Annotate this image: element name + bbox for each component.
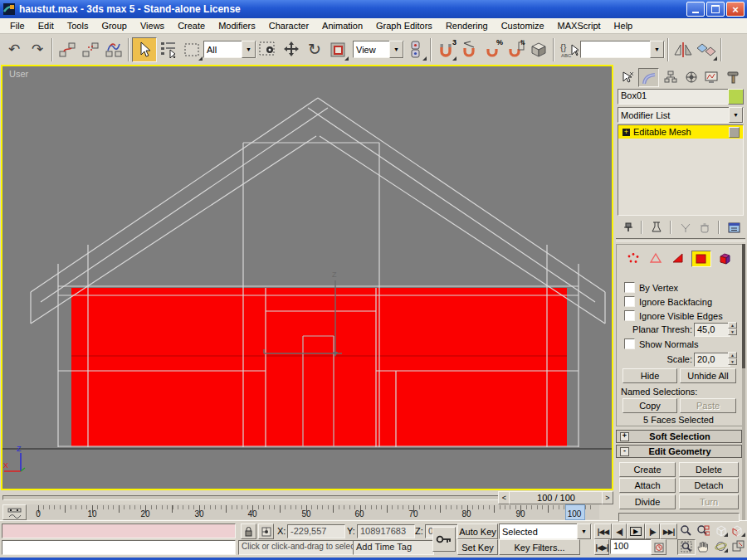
select-object-button[interactable] [132,37,157,62]
undo-button[interactable]: ↶ [2,38,26,61]
modifier-stack-list[interactable]: + Editable Mesh [618,124,744,216]
mirror-button[interactable] [671,38,695,61]
minimize-button[interactable] [686,2,705,17]
create-button[interactable]: Create [619,462,676,477]
tab-motion[interactable] [681,68,701,85]
set-keys-button[interactable] [432,527,456,552]
spinner-down-icon[interactable]: ▼ [728,329,737,335]
menu-views[interactable]: Views [134,19,171,32]
auto-key-button[interactable]: Auto Key [457,523,498,539]
set-key-button[interactable]: Set Key [457,539,498,555]
planar-thresh-spinner[interactable]: ▲ ▼ [728,322,737,334]
unhide-all-button[interactable]: Unhide All [680,368,736,383]
ignore-visible-edges-checkbox[interactable] [624,310,635,321]
time-configuration-button[interactable] [651,539,666,555]
subobject-element-button[interactable] [715,251,734,265]
delete-button[interactable]: Delete [679,462,739,477]
angle-snap-button[interactable] [457,38,481,61]
planar-thresh-field[interactable]: 45,0 [694,323,730,337]
modifier-onoff-icon[interactable] [729,127,740,138]
menu-animation[interactable]: Animation [315,19,369,32]
snap-toggle-button[interactable]: 3 [434,38,457,61]
arc-rotate-button[interactable] [712,539,729,553]
tab-utilities[interactable] [723,68,742,85]
menu-help[interactable]: Help [608,19,640,32]
unlink-button[interactable] [79,38,102,61]
select-by-name-button[interactable] [157,38,180,61]
dropdown-arrow-icon[interactable]: ▼ [729,107,743,123]
align-button[interactable] [695,38,718,61]
select-and-rotate-button[interactable]: ↻ [303,38,326,61]
current-frame-field[interactable]: 100 [610,539,653,554]
dropdown-arrow-icon[interactable]: ▼ [389,41,403,58]
go-to-start-button[interactable]: |◀◀ [594,523,612,539]
time-slider-track[interactable] [2,495,500,500]
open-mini-curve-editor-button[interactable] [2,504,27,520]
tab-modify[interactable] [638,68,659,87]
region-zoom-button[interactable] [677,539,696,555]
menu-group[interactable]: Group [95,19,134,32]
tab-hierarchy[interactable] [661,68,680,85]
menu-customize[interactable]: Customize [495,19,551,32]
y-coordinate-field[interactable]: 108917683 [357,524,415,538]
maxscript-mini-listener-pink[interactable] [2,523,236,538]
rectangular-selection-region-button[interactable] [180,38,203,61]
object-name-field[interactable]: Box01 [618,89,729,105]
key-filters-button[interactable]: Key Filters... [499,539,580,555]
menu-edit[interactable]: Edit [32,19,61,32]
selection-lock-toggle[interactable] [241,523,256,539]
menu-modifiers[interactable]: Modifiers [212,19,262,32]
expand-subobject-icon[interactable]: + [622,129,630,136]
configure-modifier-sets-button[interactable] [725,221,742,235]
dropdown-arrow-icon[interactable]: ▼ [650,41,664,58]
zoom-all-button[interactable] [695,523,711,538]
zoom-extents-button[interactable] [712,523,729,538]
pin-stack-button[interactable] [619,221,635,235]
go-to-end-button[interactable]: ▶▶| [660,523,677,539]
spinner-down-icon[interactable]: ▼ [728,358,737,365]
select-and-scale-button[interactable] [326,38,349,61]
make-unique-button[interactable] [677,221,693,235]
subobject-face-button[interactable] [669,251,687,265]
play-button[interactable]: ▶ [627,523,645,539]
subobject-polygon-button[interactable] [691,251,711,267]
menu-create[interactable]: Create [171,19,212,32]
panel-scrollbar-thumb[interactable] [742,244,745,368]
zoom-extents-all-button[interactable] [730,523,746,538]
use-pivot-center-button[interactable] [404,38,427,61]
remove-modifier-button[interactable] [696,221,712,235]
pan-button[interactable] [695,539,711,553]
paste-button[interactable]: Paste [680,398,736,413]
select-and-move-button[interactable] [280,38,303,61]
copy-button[interactable]: Copy [622,398,677,413]
scale-field[interactable]: 20,0 [694,353,730,367]
bind-to-space-warp-button[interactable] [102,38,125,61]
named-selection-sets-window-button[interactable] [527,38,550,61]
maxscript-mini-listener-white[interactable] [2,540,236,555]
attach-button[interactable]: Attach [619,478,676,493]
selection-set-dropdown[interactable]: Selected ▼ [499,523,592,539]
by-vertex-checkbox[interactable] [624,282,635,293]
show-normals-checkbox[interactable] [624,338,635,349]
subobject-edge-button[interactable] [647,251,665,265]
object-color-swatch[interactable] [728,89,744,105]
turn-button[interactable]: Turn [679,494,739,509]
time-slider-handle[interactable]: 100 / 100 [509,491,603,504]
menu-character[interactable]: Character [262,19,315,32]
next-frame-button[interactable]: |▶ [645,523,660,539]
tab-create[interactable] [618,68,637,85]
menu-maxscript[interactable]: MAXScript [551,19,608,32]
spinner-up-icon[interactable]: ▲ [728,352,737,358]
x-coordinate-field[interactable]: -229,557 [287,524,345,538]
time-slider-next-button[interactable]: > [602,491,613,504]
previous-frame-button[interactable]: ◀| [612,523,627,539]
keyboard-shortcut-override-button[interactable]: {}ABC [557,38,580,61]
close-button[interactable]: × [726,2,745,17]
reference-coordsys-dropdown[interactable]: View ▼ [353,41,404,58]
detach-button[interactable]: Detach [679,478,739,493]
ignore-backfacing-checkbox[interactable] [624,296,635,307]
modifier-list-dropdown[interactable]: Modifier List ▼ [618,107,744,123]
tab-display[interactable] [702,68,721,85]
min-max-toggle-button[interactable] [730,539,746,553]
menu-tools[interactable]: Tools [61,19,95,32]
